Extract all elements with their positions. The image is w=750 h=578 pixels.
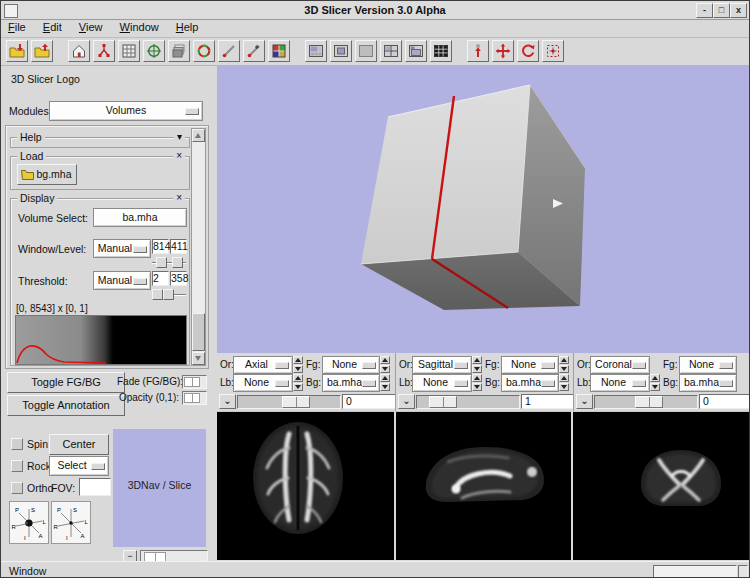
layers-icon[interactable] [168, 40, 190, 62]
threshold-mode-dropdown[interactable]: Manual [93, 271, 151, 290]
foreground-dropdown[interactable]: None [501, 356, 559, 374]
slice-offset-field[interactable]: 0 [342, 394, 397, 409]
background-dropdown[interactable]: ba.mha [679, 374, 737, 392]
transforms-icon[interactable] [193, 40, 215, 62]
help-frame-arrow-icon[interactable]: ▾ [174, 131, 185, 143]
dropdown-dash-icon [133, 246, 147, 253]
fit-to-window-icon[interactable] [467, 40, 489, 62]
toggle-fgbg-button[interactable]: Toggle FG/BG [7, 372, 125, 393]
layout-lightbox-icon[interactable] [430, 40, 452, 62]
maximize-button[interactable]: □ [713, 3, 730, 18]
threshold-low-field[interactable]: 2 [152, 271, 169, 286]
display-frame-close-icon[interactable]: × [173, 192, 185, 204]
slice-offset-slider[interactable] [416, 395, 520, 409]
lb-spinner[interactable] [472, 374, 482, 391]
bg-spinner[interactable] [380, 374, 390, 391]
window-level-range-slider[interactable] [152, 257, 186, 268]
pan-view-icon[interactable] [492, 40, 514, 62]
rock-select-dropdown[interactable]: Select [49, 456, 109, 476]
close-button[interactable]: x [730, 3, 747, 18]
background-dropdown[interactable]: ba.mha [501, 374, 559, 392]
fade-slider[interactable] [182, 375, 207, 389]
slice-view-coronal[interactable] [573, 411, 750, 560]
slice-offset-field[interactable]: 1 [521, 394, 576, 409]
labelmap-dropdown[interactable]: None [590, 374, 650, 392]
load-scene-icon[interactable] [6, 40, 28, 62]
threshold-high-field[interactable]: 358 [170, 271, 187, 286]
measure-line-icon[interactable] [218, 40, 240, 62]
nav-preview-box[interactable]: 3DNav / Slice [113, 429, 206, 547]
threshold-range-slider[interactable] [152, 289, 186, 300]
load-frame-title[interactable]: Load [17, 150, 46, 162]
viewport-3d[interactable] [217, 65, 750, 353]
center-view-icon[interactable] [542, 40, 564, 62]
layout-conventional-icon[interactable] [305, 40, 327, 62]
scroll-down-icon[interactable] [192, 352, 205, 365]
menu-help[interactable]: Help [169, 19, 206, 35]
level-value-field[interactable]: 411 [170, 239, 187, 254]
rotate-view-icon[interactable] [517, 40, 539, 62]
slice-visibility-button[interactable]: ⌄ [219, 394, 236, 409]
minimize-button[interactable]: - [696, 3, 713, 18]
labelmap-dropdown[interactable]: None [233, 374, 293, 392]
resize-grip[interactable] [738, 565, 748, 578]
menu-edit[interactable]: Edit [36, 19, 69, 35]
slice-offset-slider[interactable] [594, 395, 698, 409]
orientation-dropdown[interactable]: Coronal [590, 356, 650, 374]
background-dropdown[interactable]: ba.mha [322, 374, 380, 392]
lb-spinner[interactable] [293, 374, 303, 391]
slice-visibility-button[interactable]: ⌄ [398, 394, 415, 409]
lb-spinner[interactable] [650, 374, 660, 391]
measure-angle-icon[interactable] [243, 40, 265, 62]
crosshair-icon[interactable] [143, 40, 165, 62]
slice-offset-field[interactable]: 0 [699, 394, 750, 409]
module-panel-scrollbar[interactable] [191, 128, 206, 366]
fg-opacity-spinner[interactable] [293, 356, 303, 373]
foreground-dropdown[interactable]: None [322, 356, 380, 374]
modules-dropdown[interactable]: Volumes [49, 101, 203, 121]
fg-spinner[interactable] [380, 356, 390, 373]
dropdown-dash-icon [454, 362, 468, 369]
scrollbar-thumb[interactable] [192, 313, 205, 351]
help-frame-title[interactable]: Help [17, 131, 45, 143]
layout-tabbed-icon[interactable] [405, 40, 427, 62]
axis-widget-3d[interactable]: PS LR IA [9, 501, 49, 544]
window-value-field[interactable]: 814 [152, 239, 169, 254]
rock-checkbox[interactable] [11, 460, 23, 472]
window-level-mode-dropdown[interactable]: Manual [93, 239, 151, 258]
slice-view-sagittal[interactable] [396, 411, 571, 560]
mosaic-icon[interactable] [268, 40, 290, 62]
load-frame-close-icon[interactable]: × [173, 150, 185, 162]
center-button[interactable]: Center [49, 434, 109, 455]
fg-opacity-spinner[interactable] [472, 356, 482, 373]
slice-visibility-button[interactable]: ⌄ [576, 394, 593, 409]
scroll-up-icon[interactable] [192, 129, 205, 142]
slice-offset-slider[interactable] [237, 395, 341, 409]
fov-input[interactable] [79, 478, 111, 496]
save-scene-icon[interactable] [31, 40, 53, 62]
axis-widget-slice[interactable]: PS LR IA [51, 501, 91, 544]
spin-checkbox[interactable] [11, 438, 23, 450]
layout-four-up-icon[interactable] [380, 40, 402, 62]
modules-tree-icon[interactable] [93, 40, 115, 62]
menu-view[interactable]: View [72, 19, 110, 35]
slice-view-axial[interactable] [217, 411, 394, 560]
opacity-slider[interactable] [182, 391, 207, 405]
volume-select-dropdown[interactable]: ba.mha [93, 208, 187, 227]
slices-grid-icon[interactable] [118, 40, 140, 62]
layout-one-slice-icon[interactable] [355, 40, 377, 62]
bg-spinner[interactable] [559, 374, 569, 391]
display-frame-title[interactable]: Display [17, 192, 57, 204]
ortho-checkbox[interactable] [11, 482, 23, 494]
menu-file[interactable]: File [1, 19, 33, 35]
fg-spinner[interactable] [559, 356, 569, 373]
menu-window[interactable]: Window [113, 19, 166, 35]
toggle-annotation-button[interactable]: Toggle Annotation [7, 395, 125, 416]
orientation-dropdown[interactable]: Sagittal [412, 356, 472, 374]
labelmap-dropdown[interactable]: None [412, 374, 472, 392]
layout-3d-only-icon[interactable] [330, 40, 352, 62]
orientation-dropdown[interactable]: Axial [233, 356, 293, 374]
home-icon[interactable] [68, 40, 90, 62]
load-file-button[interactable]: bg.mha [17, 164, 77, 185]
foreground-dropdown[interactable]: None [679, 356, 737, 374]
